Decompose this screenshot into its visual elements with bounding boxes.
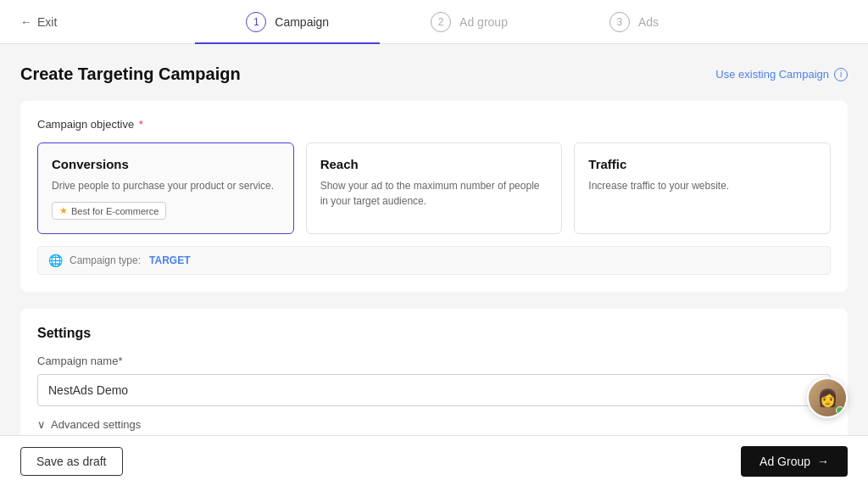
objective-title-traffic: Traffic <box>588 157 816 171</box>
chevron-down-icon: ∨ <box>37 418 46 431</box>
section-label: Campaign objective * <box>37 118 831 131</box>
arrow-left-icon: ← <box>20 15 32 29</box>
step-adgroup[interactable]: 2 Ad group <box>380 0 559 44</box>
info-icon: i <box>834 68 848 81</box>
campaign-type-value: TARGET <box>149 254 190 266</box>
objective-traffic[interactable]: Traffic Increase traffic to your website… <box>574 142 831 234</box>
star-icon: ★ <box>59 205 68 216</box>
step-label-adgroup: Ad group <box>459 15 508 29</box>
required-indicator: * <box>136 118 143 131</box>
advanced-settings-toggle[interactable]: ∨ Advanced settings <box>37 418 831 431</box>
advanced-settings-label: Advanced settings <box>51 418 141 431</box>
step-underline-ads <box>559 42 709 44</box>
use-existing-campaign[interactable]: Use existing Campaign i <box>715 68 848 81</box>
page-title: Create Targeting Campaign <box>20 64 241 84</box>
objective-reach[interactable]: Reach Show your ad to the maximum number… <box>306 142 563 234</box>
exit-label: Exit <box>37 15 57 29</box>
objective-title-conversions: Conversions <box>52 157 280 171</box>
campaign-name-label: Campaign name* <box>37 355 831 367</box>
step-label-campaign: Campaign <box>275 15 329 29</box>
ad-group-label: Ad Group <box>760 455 810 468</box>
step-campaign[interactable]: 1 Campaign <box>195 0 380 44</box>
avatar-container[interactable]: 👩 <box>807 377 848 418</box>
use-existing-label: Use existing Campaign <box>715 68 829 81</box>
objective-options: Conversions Drive people to purchase you… <box>37 142 831 234</box>
main-content: Create Targeting Campaign Use existing C… <box>0 44 868 468</box>
objective-desc-conversions: Drive people to purchase your product or… <box>52 178 280 193</box>
campaign-type-bar: 🌐 Campaign type: TARGET <box>37 246 831 275</box>
top-navigation: ← Exit 1 Campaign 2 Ad group 3 Ads <box>0 0 868 44</box>
ad-group-button[interactable]: Ad Group → <box>741 446 848 469</box>
settings-section: Settings Campaign name* ∨ Advanced setti… <box>20 309 848 448</box>
step-underline-campaign <box>195 42 380 44</box>
objective-desc-traffic: Increase traffic to your website. <box>588 178 816 193</box>
objective-desc-reach: Show your ad to the maximum number of pe… <box>320 178 548 209</box>
settings-title: Settings <box>37 326 831 341</box>
campaign-type-label: Campaign type: <box>70 254 141 266</box>
step-circle-3: 3 <box>609 12 630 32</box>
best-badge-conversions: ★ Best for E-commerce <box>52 202 166 220</box>
step-label-ads: Ads <box>638 15 659 29</box>
arrow-right-icon: → <box>817 455 829 468</box>
step-circle-1: 1 <box>246 12 266 32</box>
campaign-name-input[interactable] <box>37 374 831 406</box>
step-ads[interactable]: 3 Ads <box>559 0 709 44</box>
objective-title-reach: Reach <box>320 157 548 171</box>
bottom-bar: Save as draft Ad Group → <box>0 435 868 468</box>
step-circle-2: 2 <box>431 12 451 32</box>
save-draft-button[interactable]: Save as draft <box>20 447 123 469</box>
objective-conversions[interactable]: Conversions Drive people to purchase you… <box>37 142 294 234</box>
campaign-objective-card: Campaign objective * Conversions Drive p… <box>20 101 848 292</box>
step-indicator: 1 Campaign 2 Ad group 3 Ads <box>57 0 848 44</box>
globe-icon: 🌐 <box>48 254 63 267</box>
exit-button[interactable]: ← Exit <box>20 15 57 29</box>
online-status-dot <box>836 406 844 415</box>
step-underline-adgroup <box>380 42 559 44</box>
page-header: Create Targeting Campaign Use existing C… <box>20 64 848 84</box>
